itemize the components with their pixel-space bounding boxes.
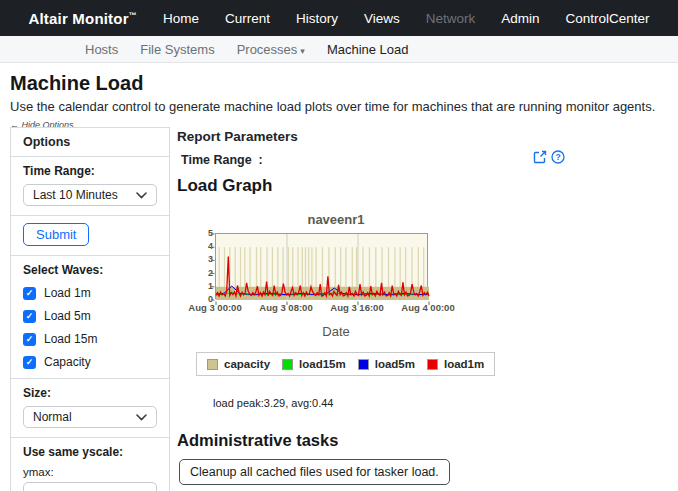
wave-label-load-5m: Load 5m xyxy=(44,309,91,323)
nav-item-current[interactable]: Current xyxy=(225,11,270,26)
select-waves-section: Select Waves: ✓ Load 1m ✓ Load 5m ✓ Load… xyxy=(11,255,169,378)
chart-canvas xyxy=(216,234,429,300)
trademark-symbol: ™ xyxy=(129,11,137,20)
chart-title: naveenr1 xyxy=(197,212,457,227)
page-header: Machine Load Use the calendar control to… xyxy=(10,72,670,132)
wave-row-load-1m: ✓ Load 1m xyxy=(23,286,157,300)
checkbox-capacity[interactable]: ✓ xyxy=(23,356,36,369)
x-tick-label: Aug 3 08:00 xyxy=(259,302,312,313)
time-range-label: Time Range: xyxy=(23,164,157,178)
submit-section: Submit xyxy=(11,215,169,255)
legend-swatch-load1m xyxy=(427,359,438,370)
wave-label-load-15m: Load 15m xyxy=(44,332,97,346)
open-new-window-icon[interactable] xyxy=(533,150,547,164)
legend-item-capacity: capacity xyxy=(207,358,270,370)
y-tick-label: 2 xyxy=(208,269,213,278)
select-waves-label: Select Waves: xyxy=(23,263,157,277)
subnav-item-machine-load[interactable]: Machine Load xyxy=(327,42,409,57)
options-header: Options xyxy=(11,128,169,156)
check-icon: ✓ xyxy=(26,289,34,298)
legend-item-load1m: load1m xyxy=(427,358,484,370)
time-range-select[interactable]: Last 10 Minutes xyxy=(23,184,157,206)
y-tick-label: 4 xyxy=(208,242,213,251)
nav-item-admin[interactable]: Admin xyxy=(501,11,539,26)
yscale-label: Use same yscale: xyxy=(23,445,157,459)
y-tick-label: 1 xyxy=(208,282,213,291)
wave-label-capacity: Capacity xyxy=(44,355,91,369)
svg-text:?: ? xyxy=(555,152,560,162)
time-range-section: Time Range: Last 10 Minutes xyxy=(11,156,169,215)
check-icon: ✓ xyxy=(26,312,34,321)
load-graph-title: Load Graph xyxy=(177,176,671,196)
load-peak-annotation: load peak:3.29, avg:0.44 xyxy=(213,397,671,409)
help-icon[interactable]: ? xyxy=(551,150,565,164)
chart-plot-area xyxy=(215,233,428,299)
legend-item-load15m: load15m xyxy=(282,358,346,370)
report-time-range: Time Range : xyxy=(181,153,671,167)
legend-item-load5m: load5m xyxy=(358,358,415,370)
nav-item-history[interactable]: History xyxy=(296,11,338,26)
yscale-section: Use same yscale: ymax: xyxy=(11,437,169,491)
chart-legend: capacity load15m load5m load1m xyxy=(196,352,495,376)
checkbox-load-1m[interactable]: ✓ xyxy=(23,287,36,300)
x-tick-label: Aug 4 00:00 xyxy=(401,302,454,313)
sub-navbar: Hosts File Systems Processes▾ Machine Lo… xyxy=(0,36,678,63)
subnav-item-file-systems[interactable]: File Systems xyxy=(140,42,214,57)
nav-item-controlcenter[interactable]: ControlCenter xyxy=(566,11,650,26)
wave-row-load-5m: ✓ Load 5m xyxy=(23,309,157,323)
size-section: Size: Normal xyxy=(11,378,169,437)
report-corner-icons: ? xyxy=(533,150,565,164)
chart-x-axis-title: Date xyxy=(197,324,457,339)
page-description: Use the calendar control to generate mac… xyxy=(10,99,670,114)
y-tick-label: 3 xyxy=(208,255,213,264)
subnav-item-processes[interactable]: Processes▾ xyxy=(237,42,305,57)
check-icon: ✓ xyxy=(26,335,34,344)
ymax-label: ymax: xyxy=(23,466,157,478)
administrative-tasks-title: Administrative tasks xyxy=(177,431,671,450)
submit-button[interactable]: Submit xyxy=(23,223,89,246)
options-panel: Options Time Range: Last 10 Minutes Subm… xyxy=(10,127,170,491)
check-icon: ✓ xyxy=(26,358,34,367)
cleanup-cache-button[interactable]: Cleanup all cached files used for tasker… xyxy=(179,459,450,485)
checkbox-load-15m[interactable]: ✓ xyxy=(23,333,36,346)
x-tick-label: Aug 3 00:00 xyxy=(188,302,241,313)
chevron-down-icon xyxy=(136,192,147,199)
size-selected-value: Normal xyxy=(33,410,72,424)
legend-swatch-capacity xyxy=(207,359,218,370)
time-range-selected-value: Last 10 Minutes xyxy=(33,188,118,202)
checkbox-load-5m[interactable]: ✓ xyxy=(23,310,36,323)
report-parameters-title: Report Parameters xyxy=(177,124,671,144)
nav-item-home[interactable]: Home xyxy=(163,11,199,26)
size-label: Size: xyxy=(23,386,157,400)
chevron-down-icon xyxy=(136,414,147,421)
load-chart: naveenr1 012345 Aug 3 00:00Aug 3 08:00Au… xyxy=(197,212,457,339)
nav-item-network[interactable]: Network xyxy=(426,11,476,26)
chevron-down-icon: ▾ xyxy=(300,46,305,56)
main-content: Report Parameters Time Range : ? Load Gr… xyxy=(177,124,671,485)
wave-row-capacity: ✓ Capacity xyxy=(23,355,157,369)
chart-x-axis: Aug 3 00:00Aug 3 08:00Aug 3 16:00Aug 4 0… xyxy=(215,302,428,315)
legend-swatch-load15m xyxy=(282,359,293,370)
subnav-item-hosts[interactable]: Hosts xyxy=(85,42,118,57)
size-select[interactable]: Normal xyxy=(23,406,157,428)
chart-y-axis: 012345 xyxy=(197,233,215,299)
wave-row-load-15m: ✓ Load 15m xyxy=(23,332,157,346)
wave-label-load-1m: Load 1m xyxy=(44,286,91,300)
x-tick-label: Aug 3 16:00 xyxy=(330,302,383,313)
legend-swatch-load5m xyxy=(358,359,369,370)
ymax-input[interactable] xyxy=(23,482,157,491)
brand[interactable]: Altair Monitor™ xyxy=(28,10,137,27)
nav-item-views[interactable]: Views xyxy=(364,11,400,26)
page-title: Machine Load xyxy=(10,72,670,95)
top-navbar: Altair Monitor™ Home Current History Vie… xyxy=(0,0,678,36)
